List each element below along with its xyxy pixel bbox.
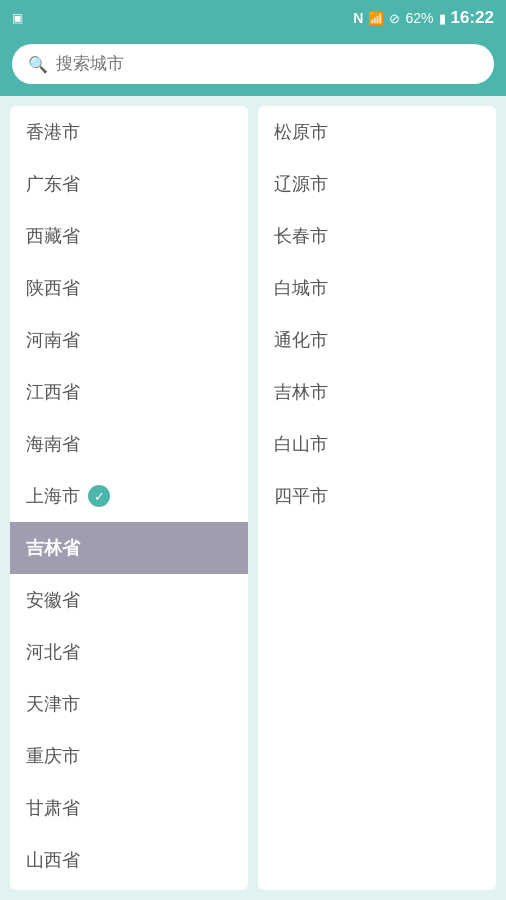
item-label: 辽源市 <box>274 172 328 196</box>
item-label: 长春市 <box>274 224 328 248</box>
search-input[interactable] <box>56 54 478 74</box>
list-item[interactable]: 白城市 <box>258 262 496 314</box>
list-item[interactable]: 甘肃省 <box>10 782 248 834</box>
list-item[interactable]: 河南省 <box>10 314 248 366</box>
list-item[interactable]: 海南省 <box>10 418 248 470</box>
left-column[interactable]: 香港市广东省西藏省陕西省河南省江西省海南省上海市✓吉林省安徽省河北省天津市重庆市… <box>10 106 248 890</box>
list-item[interactable]: 西藏省 <box>10 210 248 262</box>
list-item[interactable]: 天津市 <box>10 678 248 730</box>
wifi-icon: 📶 <box>368 11 384 26</box>
list-item[interactable]: 四平市 <box>258 470 496 522</box>
battery-icon: ▮ <box>439 11 446 26</box>
status-bar-right: N 📶 ⊘ 62% ▮ 16:22 <box>353 8 494 28</box>
list-item[interactable]: 白山市 <box>258 418 496 470</box>
check-icon: ✓ <box>88 485 110 507</box>
list-item[interactable]: 长春市 <box>258 210 496 262</box>
item-label: 河南省 <box>26 328 80 352</box>
item-label: 安徽省 <box>26 588 80 612</box>
item-label: 白山市 <box>274 432 328 456</box>
item-label: 上海市 <box>26 484 80 508</box>
list-item[interactable]: 重庆市 <box>10 730 248 782</box>
status-bar: ▣ N 📶 ⊘ 62% ▮ 16:22 <box>0 0 506 36</box>
item-label: 香港市 <box>26 120 80 144</box>
n-icon: N <box>353 10 363 26</box>
list-item[interactable]: 香港市 <box>10 106 248 158</box>
list-item[interactable]: 山西省 <box>10 834 248 886</box>
list-item[interactable]: 江西省 <box>10 366 248 418</box>
item-label: 广东省 <box>26 172 80 196</box>
item-label: 吉林省 <box>26 536 80 560</box>
item-label: 甘肃省 <box>26 796 80 820</box>
search-bar-container: 🔍 <box>0 36 506 96</box>
battery-percent: 62% <box>405 10 433 26</box>
list-item[interactable]: 安徽省 <box>10 574 248 626</box>
item-label: 白城市 <box>274 276 328 300</box>
item-label: 吉林市 <box>274 380 328 404</box>
main-content: 香港市广东省西藏省陕西省河南省江西省海南省上海市✓吉林省安徽省河北省天津市重庆市… <box>0 96 506 900</box>
item-label: 西藏省 <box>26 224 80 248</box>
item-label: 山西省 <box>26 848 80 872</box>
list-item[interactable]: 松原市 <box>258 106 496 158</box>
list-item[interactable]: 吉林省 <box>10 522 248 574</box>
list-item[interactable]: 河北省 <box>10 626 248 678</box>
sim-icon: ▣ <box>12 11 23 25</box>
item-label: 通化市 <box>274 328 328 352</box>
item-label: 重庆市 <box>26 744 80 768</box>
no-signal-icon: ⊘ <box>389 11 400 26</box>
list-item[interactable]: 陕西省 <box>10 262 248 314</box>
item-label: 河北省 <box>26 640 80 664</box>
search-bar[interactable]: 🔍 <box>12 44 494 84</box>
item-label: 松原市 <box>274 120 328 144</box>
item-label: 四平市 <box>274 484 328 508</box>
status-time: 16:22 <box>451 8 494 28</box>
item-label: 海南省 <box>26 432 80 456</box>
list-item[interactable]: 辽源市 <box>258 158 496 210</box>
right-column[interactable]: 松原市辽源市长春市白城市通化市吉林市白山市四平市 <box>258 106 496 890</box>
item-label: 陕西省 <box>26 276 80 300</box>
status-bar-left: ▣ <box>12 11 23 25</box>
list-item[interactable]: 通化市 <box>258 314 496 366</box>
item-label: 天津市 <box>26 692 80 716</box>
search-icon: 🔍 <box>28 55 48 74</box>
list-item[interactable]: 上海市✓ <box>10 470 248 522</box>
item-label: 江西省 <box>26 380 80 404</box>
list-item[interactable]: 广东省 <box>10 158 248 210</box>
list-item[interactable]: 吉林市 <box>258 366 496 418</box>
